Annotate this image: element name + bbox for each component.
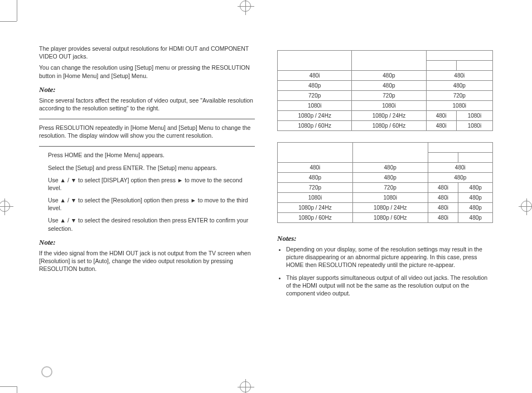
table-row: 480i480p480i <box>278 71 493 81</box>
table-cell: 1080p / 24Hz <box>352 203 428 213</box>
table-cell: 480p <box>458 183 493 193</box>
right-column: 480i480p480i480p480p480p720p720p720p1080… <box>277 45 493 360</box>
divider-1 <box>39 119 255 119</box>
table-row: 1080p / 60Hz1080p / 60Hz480i480p <box>278 213 493 223</box>
table-cell: 1080p / 60Hz <box>352 121 426 131</box>
table-cell: 720p <box>278 183 353 193</box>
page-content: The player provides several output resol… <box>39 45 493 360</box>
table-cell: 480i <box>278 163 353 173</box>
intro-para-1: The player provides several output resol… <box>39 45 255 60</box>
table-cell: 480p <box>458 213 493 223</box>
table-cell: 480p <box>428 173 492 183</box>
table-cell: 480p <box>278 81 352 91</box>
step-item: Select the [Setup] and press ENTER. The … <box>48 164 255 172</box>
note-2-body: If the video signal from the HDMI OUT ja… <box>39 249 255 273</box>
table-cell: 480i <box>428 163 492 173</box>
table-cell: 480p <box>458 193 493 203</box>
table-row: 1080i1080i480i480p <box>278 193 493 203</box>
note-bullet: This player supports simultaneous output… <box>286 274 493 298</box>
page-number-circle <box>41 366 52 377</box>
table-cell: 480i <box>428 213 458 223</box>
table-row: 1080i1080i1080i <box>278 101 493 111</box>
notes-label: Notes: <box>277 234 493 243</box>
note-1-label: Note: <box>39 85 255 94</box>
table-cell: 1080p / 60Hz <box>278 121 352 131</box>
step-item: Use ▲ / ▼ to select the [Resolution] opt… <box>48 196 255 212</box>
table-cell: 720p <box>352 91 426 101</box>
table-cell: 480p <box>352 173 428 183</box>
table-cell: 480i <box>278 71 352 81</box>
table-row: 480i480p480i <box>278 163 493 173</box>
table-cell: 480p <box>352 71 426 81</box>
table-cell: 1080p / 24Hz <box>278 203 353 213</box>
table-cell: 480p <box>426 81 492 91</box>
note-2-label: Note: <box>39 238 255 247</box>
table-cell: 480i <box>426 121 456 131</box>
table-cell: 1080i <box>278 101 352 111</box>
table-cell: 1080i <box>426 101 492 111</box>
resolution-table-2: 480i480p480i480p480p480p720p720p480i480p… <box>277 142 493 223</box>
table-row: 1080p / 24Hz1080p / 24Hz480i480p <box>278 203 493 213</box>
notes-bullets: Depending on your display, some of the r… <box>286 245 493 297</box>
table-cell: 1080p / 60Hz <box>278 213 353 223</box>
note-bullet: Depending on your display, some of the r… <box>286 245 493 269</box>
steps-list: Press HOME and the [Home Menu] appears. … <box>48 151 255 232</box>
table-row: 1080p / 24Hz1080p / 24Hz480i1080i <box>278 111 493 121</box>
note-1-body: Since several factors affect the resolut… <box>39 96 255 112</box>
resolution-table-1: 480i480p480i480p480p480p720p720p720p1080… <box>277 50 493 131</box>
divider-2 <box>39 146 255 147</box>
table-row: 720p720p480i480p <box>278 183 493 193</box>
step-item: Use ▲ / ▼ to select the desired resoluti… <box>48 216 255 232</box>
press-resolution-para: Press RESOLUTION repeatedly in [Home Men… <box>39 124 255 139</box>
table-cell: 480i <box>428 193 458 203</box>
table-cell: 720p <box>278 91 352 101</box>
table-cell: 480p <box>458 203 493 213</box>
left-column: The player provides several output resol… <box>39 45 255 360</box>
table-cell: 720p <box>426 91 492 101</box>
table-cell: 1080i <box>456 111 492 121</box>
table-cell: 720p <box>352 183 428 193</box>
table-cell: 1080i <box>278 193 353 203</box>
table-cell: 480i <box>426 71 492 81</box>
table-cell: 1080p / 24Hz <box>278 111 352 121</box>
intro-para-2: You can change the resolution using [Set… <box>39 64 255 79</box>
table-cell: 480p <box>278 173 353 183</box>
table-row: 1080p / 60Hz1080p / 60Hz480i1080i <box>278 121 493 131</box>
table-cell: 1080i <box>352 193 428 203</box>
table-cell: 1080i <box>456 121 492 131</box>
table-cell: 1080p / 60Hz <box>352 213 428 223</box>
table-cell: 480p <box>352 163 428 173</box>
table-row: 480p480p480p <box>278 173 493 183</box>
step-item: Press HOME and the [Home Menu] appears. <box>48 151 255 159</box>
table-row: 480p480p480p <box>278 81 493 91</box>
step-item: Use ▲ / ▼ to select [DISPLAY] option the… <box>48 176 255 192</box>
table-cell: 480i <box>428 203 458 213</box>
table-cell: 480i <box>428 183 458 193</box>
table-cell: 480p <box>352 81 426 91</box>
table-cell: 480i <box>426 111 456 121</box>
table-cell: 1080i <box>352 101 426 111</box>
table-row: 720p720p720p <box>278 91 493 101</box>
table-cell: 1080p / 24Hz <box>352 111 426 121</box>
